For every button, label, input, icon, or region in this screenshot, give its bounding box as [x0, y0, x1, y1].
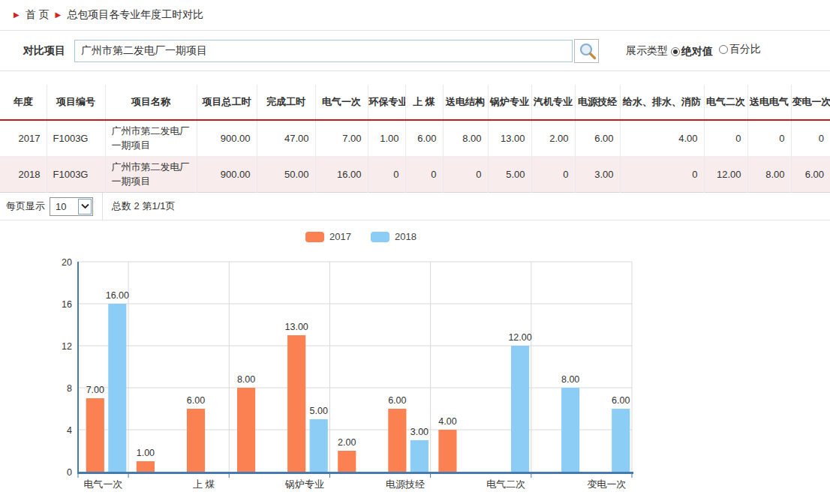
- svg-text:6.00: 6.00: [187, 395, 205, 406]
- legend-label: 2018: [395, 231, 417, 242]
- breadcrumb: ▶ 首 页 ▶ 总包项目各专业年度工时对比: [0, 0, 830, 31]
- column-header: 项目总工时: [197, 85, 257, 120]
- per-page-select[interactable]: 10: [50, 197, 93, 216]
- table-cell: 1.00: [368, 120, 405, 157]
- table-cell: 2.00: [531, 120, 575, 157]
- svg-text:8.00: 8.00: [237, 374, 255, 385]
- column-header: 项目名称: [105, 85, 197, 120]
- table-cell: 0: [704, 120, 747, 157]
- table-cell: 8.00: [747, 157, 791, 193]
- table-cell: 900.00: [197, 157, 257, 193]
- compare-project-label: 对比项目: [23, 44, 65, 58]
- column-header: 完成工时: [257, 85, 315, 120]
- column-header: 年度: [0, 85, 47, 120]
- svg-text:8: 8: [67, 383, 72, 394]
- svg-text:4.00: 4.00: [438, 416, 456, 427]
- svg-text:上 煤: 上 煤: [193, 478, 215, 490]
- column-header: 锅炉专业: [488, 85, 531, 120]
- column-header: 项目编号: [47, 85, 105, 120]
- svg-text:4: 4: [67, 425, 72, 436]
- column-header: 送电电气: [747, 85, 791, 120]
- table-cell: 6.00: [405, 120, 443, 157]
- legend-label: 2017: [329, 231, 351, 242]
- svg-text:13.00: 13.00: [285, 322, 308, 332]
- search-icon: [578, 41, 597, 61]
- svg-text:3.00: 3.00: [410, 427, 429, 437]
- table-cell: 6.00: [791, 157, 830, 193]
- table-cell: F1003G: [47, 120, 105, 157]
- svg-text:6.00: 6.00: [388, 395, 406, 406]
- radio-icon: [671, 47, 680, 56]
- table-cell: 13.00: [488, 120, 531, 157]
- project-input[interactable]: [74, 40, 573, 62]
- radio-percent[interactable]: 百分比: [719, 43, 761, 56]
- legend-swatch: [371, 232, 389, 242]
- column-header: 给水、排水、消防: [620, 85, 704, 120]
- divider: [102, 193, 103, 220]
- table-cell: 0: [443, 157, 488, 193]
- table-cell: F1003G: [47, 157, 105, 193]
- pagination-summary: 总数 2 第1/1页: [112, 200, 176, 213]
- svg-text:电气二次: 电气二次: [486, 478, 525, 490]
- per-page-label: 每页显示: [6, 200, 45, 213]
- svg-text:5.00: 5.00: [310, 406, 328, 416]
- column-header: 送电结构: [443, 85, 488, 120]
- table-cell: 5.00: [488, 157, 531, 193]
- display-type-radio-group: 绝对值 百分比: [668, 43, 761, 58]
- column-header: 变电一次: [791, 85, 830, 120]
- search-button[interactable]: [574, 39, 599, 63]
- radio-absolute-label: 绝对值: [681, 45, 713, 58]
- column-header: 上 煤: [405, 85, 443, 120]
- svg-text:变电一次: 变电一次: [587, 478, 626, 490]
- table-cell: 0: [368, 157, 405, 193]
- table-cell: 广州市第二发电厂一期项目: [105, 157, 197, 193]
- svg-text:12.00: 12.00: [508, 332, 531, 343]
- svg-text:6.00: 6.00: [612, 395, 630, 406]
- svg-text:0: 0: [67, 467, 72, 478]
- svg-text:2.00: 2.00: [338, 437, 356, 448]
- table-cell: 47.00: [257, 120, 315, 157]
- radio-absolute[interactable]: 绝对值: [671, 45, 713, 58]
- breadcrumb-item-home[interactable]: 首 页: [26, 8, 50, 22]
- table-cell: 16.00: [315, 157, 368, 193]
- per-page-value: 10: [56, 201, 66, 212]
- svg-text:电气一次: 电气一次: [84, 478, 123, 490]
- table-cell: 8.00: [443, 120, 488, 157]
- legend-item[interactable]: 2017: [305, 231, 351, 242]
- chart-legend: 20172018: [0, 231, 722, 242]
- table-row: 2018F1003G广州市第二发电厂一期项目900.0050.0016.0000…: [0, 157, 830, 193]
- column-header: 电气一次: [315, 85, 368, 120]
- table-row: 2017F1003G广州市第二发电厂一期项目900.0047.007.001.0…: [0, 120, 830, 157]
- svg-text:锅炉专业: 锅炉专业: [284, 478, 324, 490]
- table-cell: 6.00: [575, 120, 620, 157]
- table-header: 年度项目编号项目名称项目总工时完成工时电气一次环保专业上 煤送电结构锅炉专业汽机…: [0, 85, 830, 120]
- chart-canvas: 7.001.006.008.0013.002.006.004.0016.005.…: [0, 253, 830, 494]
- bar-chart: 7.001.006.008.0013.002.006.004.0016.005.…: [0, 253, 830, 494]
- column-header: 电气二次: [704, 85, 747, 120]
- table-cell: 4.00: [620, 120, 704, 157]
- legend-swatch: [305, 232, 324, 242]
- radio-percent-label: 百分比: [729, 43, 761, 56]
- svg-text:8.00: 8.00: [561, 374, 579, 385]
- comparison-table: 年度项目编号项目名称项目总工时完成工时电气一次环保专业上 煤送电结构锅炉专业汽机…: [0, 85, 830, 193]
- table-cell: 0: [791, 120, 830, 157]
- table-cell: 7.00: [315, 120, 368, 157]
- svg-text:16: 16: [62, 299, 72, 310]
- column-header: 电源技经: [575, 85, 620, 120]
- table-body: 2017F1003G广州市第二发电厂一期项目900.0047.007.001.0…: [0, 120, 830, 193]
- divider: [0, 70, 830, 71]
- table-cell: 0: [620, 157, 704, 193]
- svg-text:12: 12: [62, 341, 72, 352]
- legend-item[interactable]: 2018: [371, 231, 417, 242]
- radio-icon: [719, 45, 728, 54]
- table-cell: 0: [747, 120, 791, 157]
- table-cell: 900.00: [197, 120, 257, 157]
- svg-text:20: 20: [62, 257, 72, 268]
- table-cell: 2018: [0, 157, 47, 193]
- table-cell: 50.00: [257, 157, 315, 193]
- chevron-down-icon: [78, 199, 92, 214]
- table-cell: 3.00: [575, 157, 620, 193]
- page: ▶ 首 页 ▶ 总包项目各专业年度工时对比 对比项目 展示类型 绝对值 百分比: [0, 0, 830, 494]
- display-type-label: 展示类型: [626, 44, 668, 58]
- table-cell: 12.00: [704, 157, 747, 193]
